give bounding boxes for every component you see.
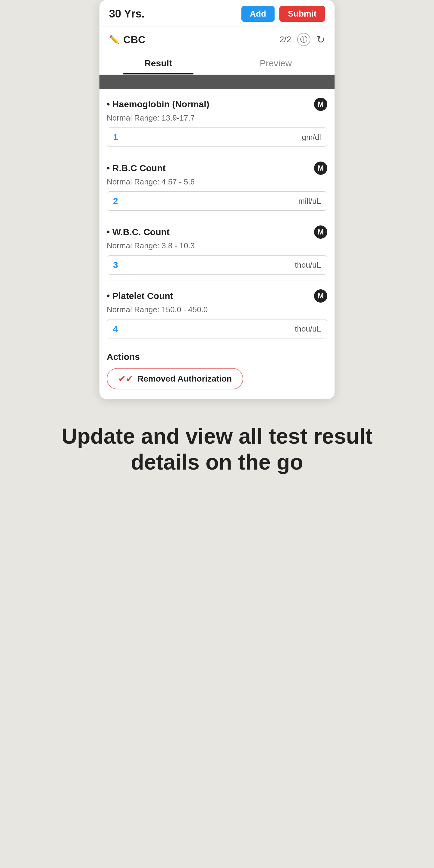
result-label-row-1: • R.B.C Count M xyxy=(107,161,327,175)
value-input-row-0[interactable]: 1 gm/dl xyxy=(107,127,327,147)
value-number-3: 4 xyxy=(113,324,295,334)
result-item: • Platelet Count M Normal Range: 150.0 -… xyxy=(107,281,327,344)
normal-range-1: Normal Range: 4.57 - 5.6 xyxy=(107,177,327,187)
m-badge-2: M xyxy=(314,225,327,239)
bottom-tagline: Update and view all test result details … xyxy=(36,423,398,475)
value-input-row-3[interactable]: 4 thou/uL xyxy=(107,319,327,338)
normal-range-3: Normal Range: 150.0 - 450.0 xyxy=(107,305,327,314)
actions-section: Actions ✔✔ Removed Authorization xyxy=(99,344,335,399)
add-button[interactable]: Add xyxy=(241,6,275,22)
result-item: • W.B.C. Count M Normal Range: 3.8 - 10.… xyxy=(107,217,327,281)
removed-authorization-button[interactable]: ✔✔ Removed Authorization xyxy=(107,368,243,390)
value-unit-1: mill/uL xyxy=(299,196,321,206)
result-item: • Haemoglobin (Normal) M Normal Range: 1… xyxy=(107,89,327,153)
test-header: ✏️ CBC 2/2 ⓘ ↻ xyxy=(99,27,335,52)
value-number-1: 2 xyxy=(113,196,299,206)
result-label-row-0: • Haemoglobin (Normal) M xyxy=(107,98,327,111)
normal-range-2: Normal Range: 3.8 - 10.3 xyxy=(107,241,327,250)
age-text: 30 Yrs. xyxy=(109,7,144,20)
refresh-icon[interactable]: ↻ xyxy=(316,33,325,45)
header-row: 30 Yrs. Add Submit xyxy=(99,0,335,27)
removed-auth-label: Removed Authorization xyxy=(137,374,232,384)
result-label-3: • Platelet Count xyxy=(107,291,173,301)
actions-title: Actions xyxy=(107,352,327,362)
bottom-text-section: Update and view all test result details … xyxy=(0,423,434,475)
m-badge-3: M xyxy=(314,289,327,303)
tab-preview[interactable]: Preview xyxy=(217,52,335,74)
result-list: • Haemoglobin (Normal) M Normal Range: 1… xyxy=(99,89,335,344)
test-title-row: ✏️ CBC xyxy=(109,34,146,45)
pencil-icon: ✏️ xyxy=(109,35,120,44)
value-number-0: 1 xyxy=(113,132,302,142)
value-input-row-2[interactable]: 3 thou/uL xyxy=(107,255,327,275)
submit-button[interactable]: Submit xyxy=(279,6,325,22)
result-label-0: • Haemoglobin (Normal) xyxy=(107,99,210,110)
tab-result[interactable]: Result xyxy=(99,52,217,74)
test-meta: 2/2 ⓘ ↻ xyxy=(279,33,325,46)
phone-card: 30 Yrs. Add Submit ✏️ CBC 2/2 ⓘ ↻ Result… xyxy=(99,0,335,399)
normal-range-0: Normal Range: 13.9-17.7 xyxy=(107,113,327,123)
tabs-row: Result Preview xyxy=(99,52,335,75)
section-divider xyxy=(99,75,335,89)
test-count: 2/2 xyxy=(279,35,291,44)
header-buttons: Add Submit xyxy=(241,6,325,22)
value-unit-2: thou/uL xyxy=(295,260,321,270)
result-label-row-3: • Platelet Count M xyxy=(107,289,327,303)
info-icon[interactable]: ⓘ xyxy=(297,33,310,46)
m-badge-1: M xyxy=(314,161,327,175)
value-unit-3: thou/uL xyxy=(295,324,321,334)
value-input-row-1[interactable]: 2 mill/uL xyxy=(107,191,327,211)
value-number-2: 3 xyxy=(113,260,295,270)
value-unit-0: gm/dl xyxy=(302,133,321,142)
double-check-icon: ✔✔ xyxy=(118,373,133,384)
test-name: CBC xyxy=(123,34,146,45)
result-label-1: • R.B.C Count xyxy=(107,163,165,173)
m-badge-0: M xyxy=(314,98,327,111)
result-item: • R.B.C Count M Normal Range: 4.57 - 5.6… xyxy=(107,153,327,217)
result-label-row-2: • W.B.C. Count M xyxy=(107,225,327,239)
result-label-2: • W.B.C. Count xyxy=(107,227,170,237)
